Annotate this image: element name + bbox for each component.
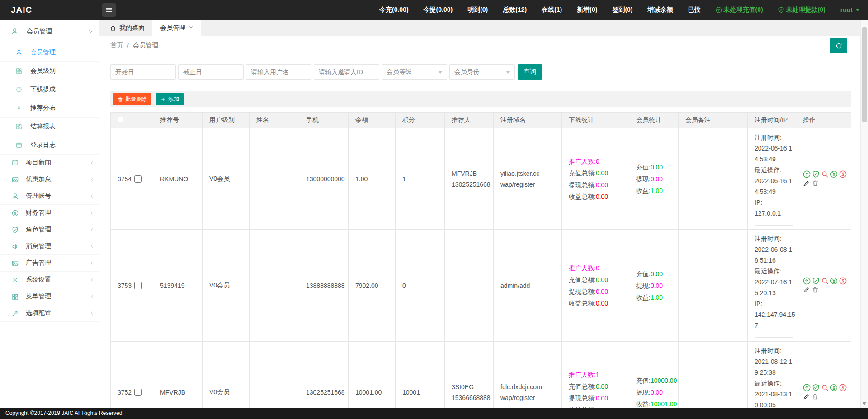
edit-button[interactable] xyxy=(803,180,811,188)
recharge-button[interactable] xyxy=(830,170,838,178)
pending-recharge-alert[interactable]: 未处理充值(0) xyxy=(716,6,763,14)
scrollbar-thumb[interactable] xyxy=(862,27,867,122)
breadcrumb-home-link[interactable]: 首页 xyxy=(110,42,123,50)
search-button[interactable]: 查询 xyxy=(518,64,542,80)
sidebar-item-menu-management[interactable]: 菜单管理 xyxy=(0,288,99,305)
recharge-value: 0.00 xyxy=(651,270,663,278)
add-button[interactable]: 添加 xyxy=(156,93,184,105)
cell-points: 10001 xyxy=(396,342,445,408)
grid-icon xyxy=(12,293,19,300)
sidebar-item-ad-management[interactable]: 广告管理 xyxy=(0,255,99,272)
user-menu[interactable]: root xyxy=(840,6,860,14)
sidebar-item-project-news[interactable]: 项目新闻 xyxy=(0,155,99,171)
yen-circle-icon xyxy=(830,170,838,178)
view-details-button[interactable] xyxy=(821,170,829,178)
table-row: 3752 MFVRJB V0会员 13025251668 10001.00 10… xyxy=(111,342,851,408)
username-input[interactable] xyxy=(246,64,311,80)
delete-button[interactable] xyxy=(812,393,820,401)
sidebar-item-member-level[interactable]: 会员级别 xyxy=(0,62,99,80)
profit-label: 收益: xyxy=(636,400,651,408)
upgrade-button[interactable] xyxy=(803,384,811,391)
sidebar-item-admin-accounts[interactable]: 管理帐号 xyxy=(0,188,99,205)
refresh-button[interactable] xyxy=(830,38,847,53)
edit-button[interactable] xyxy=(803,287,811,294)
edit-button[interactable] xyxy=(803,393,811,401)
delete-button[interactable] xyxy=(812,180,820,188)
deduct-button[interactable] xyxy=(839,277,847,285)
verify-button[interactable] xyxy=(812,170,820,178)
delete-button[interactable] xyxy=(812,287,820,294)
close-icon[interactable] xyxy=(189,25,193,30)
stat-due-tomorrow[interactable]: 明到(0) xyxy=(467,6,488,14)
tab-my-desktop[interactable]: 我的桌面 xyxy=(102,20,152,36)
sidebar-item-label: 广告管理 xyxy=(26,259,51,267)
vertical-scrollbar[interactable] xyxy=(860,20,868,408)
cell-balance: 7902.00 xyxy=(349,230,396,342)
sidebar-item-finance-management[interactable]: 财务管理 xyxy=(0,205,99,221)
user-icon xyxy=(16,49,22,56)
tab-member-management[interactable]: 会员管理 xyxy=(152,20,201,36)
sidebar-item-member-management[interactable]: 会员管理 xyxy=(0,43,99,62)
text-line: MFVRJB xyxy=(452,168,491,179)
sidebar-item-referral-distribution[interactable]: 推荐分布 xyxy=(0,99,99,118)
sidebar-toggle-button[interactable] xyxy=(102,3,116,17)
sidebar-item-system-settings[interactable]: 系统设置 xyxy=(0,272,99,288)
upgrade-button[interactable] xyxy=(803,170,811,178)
deduct-button[interactable] xyxy=(839,384,847,391)
view-details-button[interactable] xyxy=(821,277,829,285)
copyright-text: Copyright ©2017-2019 JAIC All Rights Res… xyxy=(5,410,122,416)
row-checkbox[interactable] xyxy=(134,175,142,183)
cell-operations xyxy=(796,230,851,342)
verify-button[interactable] xyxy=(812,384,820,391)
member-level-select[interactable]: 会员等级 xyxy=(382,64,447,80)
cell-downline-stats: 推广人数:0 充值总额:0.00 提现总额:0.00 收益总额:0.00 xyxy=(562,230,629,342)
withdraw-value: 0.00 xyxy=(651,175,663,183)
cell-register-time-ip: 注册时间:2022-06-08 18:51:16最近操作:2022-07-16 … xyxy=(748,230,796,342)
scrollbar-down-arrow-icon[interactable] xyxy=(863,402,866,405)
chevron-left-icon xyxy=(89,260,94,266)
recharge-button[interactable] xyxy=(830,277,838,285)
text-line: admin/add xyxy=(500,280,559,291)
sidebar-item-label: 优惠加息 xyxy=(26,175,51,184)
text-line: IP: xyxy=(755,298,793,309)
member-identity-select[interactable]: 会员身份 xyxy=(449,64,515,80)
sidebar-item-role-management[interactable]: 角色管理 xyxy=(0,221,99,238)
recharge-total-label: 充值总额: xyxy=(569,169,596,177)
cell-id: 3752 xyxy=(111,342,153,408)
select-all-checkbox[interactable] xyxy=(118,117,123,122)
sidebar-item-login-log[interactable]: 登录日志 xyxy=(0,136,99,155)
stat-new[interactable]: 新增(0) xyxy=(577,6,597,14)
trash-icon xyxy=(812,287,819,293)
stat-today-recharge[interactable]: 今充(0.00) xyxy=(379,6,409,14)
column-header: 积分 xyxy=(396,113,445,128)
view-details-button[interactable] xyxy=(821,384,829,391)
deduct-button[interactable] xyxy=(839,170,847,178)
withdraw-value: 0.00 xyxy=(651,282,663,289)
sidebar-item-downline-commission[interactable]: 下线提成 xyxy=(0,80,99,99)
stat-adjust-balance[interactable]: 增减余额 xyxy=(648,6,673,14)
sidebar-item-message-management[interactable]: 消息管理 xyxy=(0,238,99,255)
cell-register-domain: fclc.dxdcjr.comwap/register xyxy=(494,342,562,408)
start-date-input[interactable] xyxy=(110,64,176,80)
sidebar-item-option-config[interactable]: 选项配置 xyxy=(0,305,99,322)
recharge-button[interactable] xyxy=(830,384,838,391)
sidebar-group-member-management[interactable]: 会员管理 xyxy=(0,20,99,43)
stat-today-withdraw[interactable]: 今提(0.00) xyxy=(424,6,453,14)
upgrade-button[interactable] xyxy=(803,277,811,285)
stat-online[interactable]: 在线(1) xyxy=(542,6,562,14)
stat-invested[interactable]: 已投 xyxy=(688,6,701,14)
sidebar-item-promo-interest[interactable]: 优惠加息 xyxy=(0,171,99,188)
batch-delete-button[interactable]: 批量删除 xyxy=(113,93,151,105)
row-checkbox[interactable] xyxy=(134,282,142,289)
stat-total[interactable]: 总数(12) xyxy=(503,6,527,14)
pending-withdraw-alert[interactable]: 未处理提款(0) xyxy=(778,6,826,14)
row-checkbox[interactable] xyxy=(134,389,142,396)
stat-signin[interactable]: 签到(0) xyxy=(612,6,632,14)
cell-ref-code: RKMUNO xyxy=(153,128,203,230)
promo-count-value: 0 xyxy=(596,158,599,165)
sidebar-item-settlement-report[interactable]: 结算报表 xyxy=(0,118,99,136)
verify-button[interactable] xyxy=(812,277,820,285)
shield-check-icon xyxy=(812,170,820,178)
end-date-input[interactable] xyxy=(178,64,244,80)
inviter-id-input[interactable] xyxy=(314,64,379,80)
